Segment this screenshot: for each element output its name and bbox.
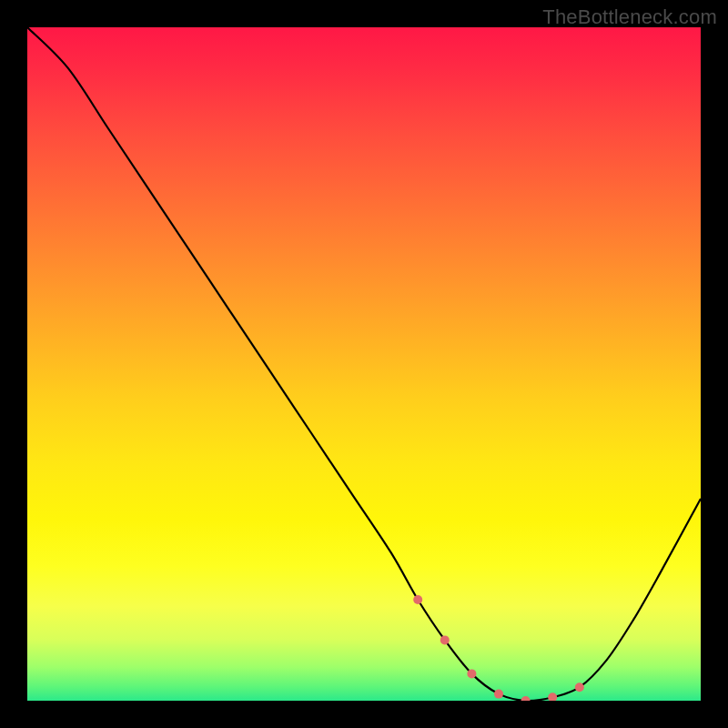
chart-container: TheBottleneck.com <box>0 0 728 728</box>
curve-marker <box>548 693 557 701</box>
plot-area <box>27 27 701 701</box>
watermark-text: TheBottleneck.com <box>542 5 717 29</box>
chart-svg <box>27 27 701 701</box>
curve-marker <box>467 669 476 678</box>
curve-marker <box>440 635 450 644</box>
bottleneck-curve <box>27 27 701 701</box>
marker-group <box>413 595 584 701</box>
curve-marker <box>575 682 584 692</box>
curve-marker <box>413 595 422 604</box>
curve-marker <box>521 696 531 701</box>
curve-marker <box>494 690 503 699</box>
